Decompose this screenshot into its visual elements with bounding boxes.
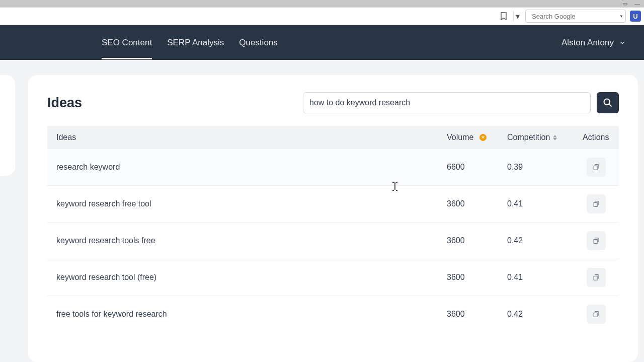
adjacent-card-edge — [0, 75, 15, 176]
browser-toolbar: ▾ ▼ U — [0, 7, 644, 25]
table-row: keyword research tools free36000.42 — [47, 223, 619, 259]
browser-search-input[interactable] — [532, 13, 616, 20]
window-restore-icon[interactable]: ▭ — [622, 1, 627, 7]
ideas-card: Ideas Ideas Volume — [28, 75, 638, 362]
copy-button[interactable] — [587, 305, 606, 324]
page-title: Ideas — [47, 95, 82, 111]
cell-competition: 0.42 — [498, 296, 574, 327]
chevron-down-icon[interactable]: ▼ — [619, 14, 623, 19]
browser-search-google[interactable]: ▼ — [525, 10, 626, 23]
tab-serp-analysis[interactable]: SERP Analysis — [167, 26, 224, 59]
copy-button[interactable] — [587, 158, 606, 177]
window-minimize-icon[interactable]: — — [634, 1, 640, 7]
ideas-table: Ideas Volume Competition — [47, 126, 619, 327]
copy-button[interactable] — [587, 231, 606, 250]
cell-volume: 3600 — [438, 296, 498, 327]
app-header: SEO Content SERP Analysis Questions Alst… — [0, 25, 644, 60]
cell-competition: 0.42 — [498, 223, 574, 259]
table-row: research keyword66000.39 — [47, 149, 619, 186]
browser-titlebar: ▭ — — [0, 0, 644, 7]
column-competition[interactable]: Competition — [498, 126, 574, 149]
tab-seo-content[interactable]: SEO Content — [102, 26, 152, 59]
cell-idea: keyword research free tool — [47, 186, 438, 223]
tab-questions[interactable]: Questions — [239, 26, 278, 59]
cell-idea: keyword research tools free — [47, 223, 438, 259]
chevron-down-icon — [619, 39, 626, 46]
user-menu[interactable]: Alston Antony — [561, 38, 626, 48]
sort-icon — [553, 135, 557, 140]
keyword-search-input[interactable] — [303, 92, 591, 113]
bookmark-icon[interactable] — [498, 11, 509, 22]
copy-button[interactable] — [587, 194, 606, 213]
column-ideas[interactable]: Ideas — [47, 126, 438, 149]
extension-icon[interactable]: U — [630, 11, 641, 22]
table-row: free tools for keyword research36000.42 — [47, 296, 619, 327]
user-name: Alston Antony — [561, 38, 614, 48]
cell-competition: 0.39 — [498, 149, 574, 186]
cell-volume: 6600 — [438, 149, 498, 186]
cell-volume: 3600 — [438, 259, 498, 296]
table-row: keyword research tool (free)36000.41 — [47, 259, 619, 296]
cell-volume: 3600 — [438, 223, 498, 259]
copy-button[interactable] — [587, 268, 606, 287]
cell-idea: keyword research tool (free) — [47, 259, 438, 296]
sort-active-desc-icon — [479, 134, 487, 141]
search-icon — [603, 98, 613, 108]
cell-idea: research keyword — [47, 149, 438, 186]
table-row: keyword research free tool36000.41 — [47, 186, 619, 223]
search-button[interactable] — [597, 92, 619, 113]
cell-competition: 0.41 — [498, 186, 574, 223]
page-content: Ideas Ideas Volume — [0, 60, 644, 362]
bookmark-dropdown[interactable]: ▾ — [513, 11, 521, 22]
column-actions: Actions — [574, 126, 619, 149]
column-volume[interactable]: Volume — [438, 126, 498, 149]
nav-tabs: SEO Content SERP Analysis Questions — [102, 26, 278, 59]
cell-volume: 3600 — [438, 186, 498, 223]
svg-point-1 — [604, 99, 610, 105]
cell-idea: free tools for keyword research — [47, 296, 438, 327]
ideas-table-wrap[interactable]: Ideas Volume Competition — [47, 125, 619, 327]
cell-competition: 0.41 — [498, 259, 574, 296]
